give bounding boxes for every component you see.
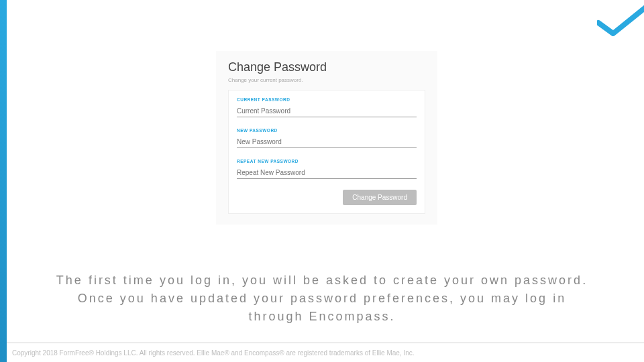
form-card: CURRENT PASSWORD NEW PASSWORD REPEAT NEW…: [228, 90, 425, 214]
input-current-password[interactable]: [237, 105, 417, 117]
input-repeat-password[interactable]: [237, 167, 417, 179]
copyright-text: Copyright 2018 FormFree® Holdings LLC. A…: [12, 349, 415, 357]
label-current-password: CURRENT PASSWORD: [237, 97, 417, 102]
label-new-password: NEW PASSWORD: [237, 128, 417, 133]
field-current-password: CURRENT PASSWORD: [237, 97, 417, 117]
panel-title: Change Password: [228, 60, 425, 74]
field-repeat-password: REPEAT NEW PASSWORD: [237, 159, 417, 179]
field-new-password: NEW PASSWORD: [237, 128, 417, 148]
input-new-password[interactable]: [237, 136, 417, 148]
change-password-panel: Change Password Change your current pass…: [216, 51, 437, 225]
label-repeat-password: REPEAT NEW PASSWORD: [237, 159, 417, 164]
footer-divider: [7, 343, 644, 343]
checkmark-logo: [597, 4, 644, 38]
change-password-button[interactable]: Change Password: [343, 190, 417, 205]
slide-caption: The first time you log in, you will be a…: [54, 272, 590, 326]
left-accent-bar: [0, 0, 7, 362]
panel-subtitle: Change your current password.: [228, 77, 425, 83]
